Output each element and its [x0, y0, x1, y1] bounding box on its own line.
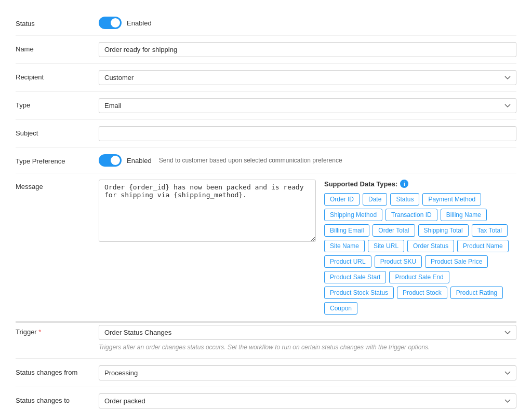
data-type-tag[interactable]: Site Name [324, 240, 365, 252]
status-changes-from-row: Status changes from Processing Pending O… [16, 359, 516, 387]
status-toggle-label: Enabled [127, 19, 152, 27]
message-textarea[interactable] [99, 180, 316, 242]
name-label: Name [16, 42, 99, 53]
message-label: Message [16, 180, 99, 190]
recipient-select[interactable]: Customer Admin Vendor [99, 70, 516, 85]
recipient-control: Customer Admin Vendor [99, 70, 516, 85]
status-changes-from-select[interactable]: Processing Pending On Hold Completed Can… [99, 365, 516, 380]
name-control [99, 42, 516, 57]
data-type-tag[interactable]: Date [363, 193, 387, 206]
type-preference-control: Enabled Send to customer based upon sele… [99, 154, 516, 167]
trigger-help: Triggers after an order changes status o… [99, 343, 516, 352]
status-control: Enabled [99, 17, 516, 29]
type-preference-row: Type Preference Enabled Send to customer… [16, 148, 516, 173]
message-control: Supported Data Types: i Order IDDateStat… [99, 180, 516, 315]
supported-data-types-label: Supported Data Types: [324, 180, 397, 188]
subject-control [99, 126, 516, 141]
type-row: Type Email SMS Push Notification [16, 92, 516, 120]
data-type-tag[interactable]: Shipping Total [418, 224, 469, 237]
supported-data-types: Supported Data Types: i Order IDDateStat… [324, 180, 516, 315]
data-type-tag[interactable]: Transaction ID [385, 209, 437, 221]
status-row: Status Enabled [16, 10, 516, 36]
type-preference-slider [99, 154, 122, 167]
data-type-tag[interactable]: Product Name [457, 240, 509, 252]
trigger-select[interactable]: Order Status Changes New Order Order Com… [99, 325, 516, 340]
data-type-tag[interactable]: Product Sale End [389, 271, 449, 283]
page-container: Status Enabled Name Recipient Customer A… [0, 0, 532, 409]
data-type-tag[interactable]: Payment Method [422, 193, 481, 206]
data-type-tag[interactable]: Order ID [324, 193, 360, 206]
status-label: Status [16, 17, 99, 28]
status-changes-to-select[interactable]: Order packed Processing Completed Cancel… [99, 393, 516, 408]
name-input[interactable] [99, 42, 516, 57]
type-preference-label: Type Preference [16, 154, 99, 165]
message-wrap: Supported Data Types: i Order IDDateStat… [99, 180, 516, 315]
data-type-tag[interactable]: Product Stock Status [324, 287, 394, 299]
message-row: Message Supported Data Types: i Order ID… [16, 173, 516, 321]
data-type-tag[interactable]: Order Total [373, 224, 415, 237]
trigger-control: Order Status Changes New Order Order Com… [99, 325, 516, 352]
data-type-tag[interactable]: Status [390, 193, 419, 206]
data-type-tag[interactable]: Tax Total [472, 224, 508, 237]
subject-input[interactable] [99, 126, 516, 141]
data-type-tag[interactable]: Billing Name [441, 209, 487, 221]
status-changes-from-control: Processing Pending On Hold Completed Can… [99, 365, 516, 380]
status-toggle-wrap: Enabled [99, 17, 516, 29]
data-type-tag[interactable]: Product URL [324, 255, 371, 268]
supported-data-types-title: Supported Data Types: i [324, 180, 516, 188]
data-type-tag[interactable]: Product Rating [450, 287, 503, 299]
data-type-tag[interactable]: Order Status [407, 240, 454, 252]
recipient-label: Recipient [16, 70, 99, 81]
message-textarea-wrap [99, 180, 316, 243]
trigger-row: Trigger Order Status Changes New Order O… [16, 322, 516, 359]
status-changes-to-control: Order packed Processing Completed Cancel… [99, 393, 516, 408]
data-type-tag[interactable]: Shipping Method [324, 209, 382, 221]
status-changes-from-label: Status changes from [16, 365, 99, 376]
info-icon[interactable]: i [400, 180, 408, 188]
type-preference-description: Send to customer based upon selected com… [159, 157, 342, 164]
data-type-tag[interactable]: Billing Email [324, 224, 369, 237]
type-control: Email SMS Push Notification [99, 98, 516, 113]
type-preference-toggle[interactable] [99, 154, 122, 167]
data-type-tag[interactable]: Product Sale Price [425, 255, 488, 268]
type-preference-toggle-label: Enabled [127, 157, 152, 165]
data-type-tag[interactable]: Product Sale Start [324, 271, 386, 283]
data-type-tag[interactable]: Product SKU [375, 255, 422, 268]
status-changes-to-row: Status changes to Order packed Processin… [16, 387, 516, 409]
tags-container: Order IDDateStatusPayment MethodShipping… [324, 193, 516, 315]
recipient-row: Recipient Customer Admin Vendor [16, 64, 516, 92]
type-label: Type [16, 98, 99, 109]
status-slider [99, 17, 122, 29]
trigger-label: Trigger [16, 325, 99, 336]
subject-label: Subject [16, 126, 99, 137]
data-type-tag[interactable]: Coupon [324, 302, 357, 315]
status-toggle[interactable] [99, 17, 122, 29]
type-select[interactable]: Email SMS Push Notification [99, 98, 516, 113]
type-preference-toggle-wrap: Enabled Send to customer based upon sele… [99, 154, 516, 167]
data-type-tag[interactable]: Product Stock [397, 287, 447, 299]
status-changes-to-label: Status changes to [16, 393, 99, 404]
name-row: Name [16, 36, 516, 64]
data-type-tag[interactable]: Site URL [368, 240, 404, 252]
subject-row: Subject [16, 120, 516, 148]
